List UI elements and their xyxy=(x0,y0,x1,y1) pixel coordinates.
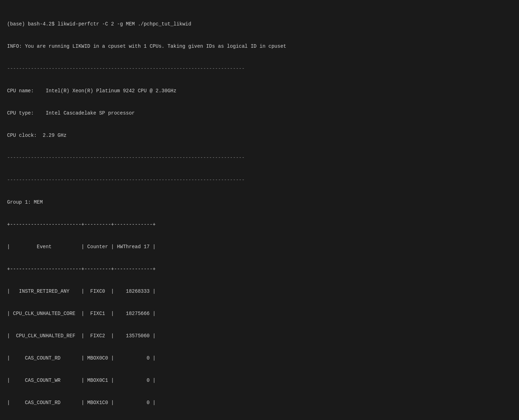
info-line: INFO: You are running LIKWID in a cpuset… xyxy=(7,43,512,50)
table1-header: | Event | Counter | HWThread 17 | xyxy=(7,243,512,251)
table1-row-2: | CPU_CLK_UNHALTED_REF | FIXC2 | 1357506… xyxy=(7,332,512,340)
cpu-name-line: CPU name: Intel(R) Xeon(R) Platinum 9242… xyxy=(7,87,512,95)
cpu-type-line: CPU type: Intel Cascadelake SP processor xyxy=(7,110,512,117)
separator-1: ----------------------------------------… xyxy=(7,65,512,72)
terminal-window: (base) bash-4.2$ likwid-perfctr -C 2 -g … xyxy=(7,6,512,420)
table1-row-0: | INSTR_RETIRED_ANY | FIXC0 | 18268333 | xyxy=(7,288,512,295)
table1-row-1: | CPU_CLK_UNHALTED_CORE | FIXC1 | 182756… xyxy=(7,310,512,317)
separator-3: ----------------------------------------… xyxy=(7,176,512,184)
command-line: (base) bash-4.2$ likwid-perfctr -C 2 -g … xyxy=(7,21,512,28)
cpu-clock-line: CPU clock: 2.29 GHz xyxy=(7,132,512,139)
table1-row-3: | CAS_COUNT_RD | MBOX0C0 | 0 | xyxy=(7,355,512,362)
separator-2: ----------------------------------------… xyxy=(7,154,512,162)
table1-row-5: | CAS_COUNT_RD | MBOX1C0 | 0 | xyxy=(7,399,512,407)
group-label: Group 1: MEM xyxy=(7,199,512,206)
table1-top: +------------------------+---------+----… xyxy=(7,221,512,228)
table1-sep: +------------------------+---------+----… xyxy=(7,266,512,273)
table1-row-4: | CAS_COUNT_WR | MBOX0C1 | 0 | xyxy=(7,377,512,384)
